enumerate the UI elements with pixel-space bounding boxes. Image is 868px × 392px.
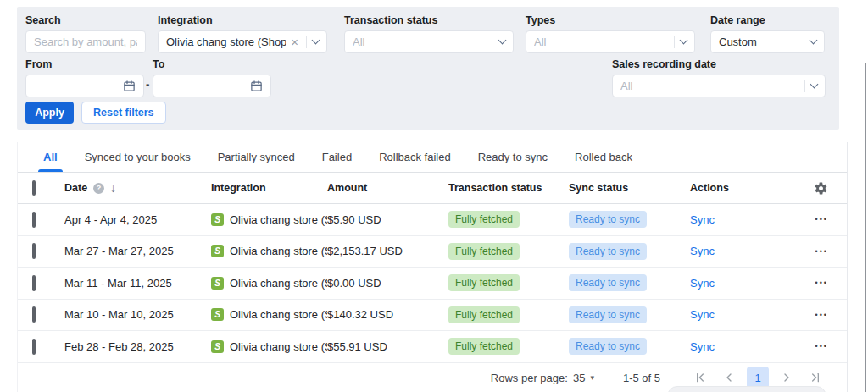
from-label: From — [25, 58, 144, 70]
integration-value: Olivia chang store (Shopify) — [166, 36, 286, 48]
sync-status-badge: Ready to sync — [569, 306, 647, 323]
row-checkbox[interactable] — [32, 339, 36, 355]
row-amount: $140.32 USD — [327, 308, 448, 321]
divider — [804, 80, 805, 92]
calendar-icon[interactable] — [250, 80, 263, 92]
transaction-status-badge: Fully fetched — [448, 338, 520, 355]
table-row: Apr 4 - Apr 4, 2025 S Olivia chang store… — [18, 204, 847, 236]
types-label: Types — [526, 14, 695, 26]
sales-recording-date-filter: Sales recording date All — [612, 58, 826, 97]
tab-rolled-back[interactable]: Rolled back — [561, 142, 646, 172]
tab-rollback-failed[interactable]: Rollback failed — [365, 142, 465, 172]
row-integration: Olivia chang store (Sho… — [230, 340, 327, 353]
sort-desc-icon[interactable]: ↓ — [110, 182, 116, 194]
sync-status-badge: Ready to sync — [569, 274, 647, 291]
status-tabs: All Synced to your books Partially synce… — [18, 142, 847, 173]
row-integration: Olivia chang store (Sho… — [230, 245, 327, 257]
types-select[interactable]: All — [526, 30, 695, 53]
table-row: Mar 27 - Mar 27, 2025 S Olivia chang sto… — [18, 236, 847, 268]
date-range-label: Date range — [710, 14, 825, 26]
row-integration: Olivia chang store (Sho… — [230, 277, 327, 290]
partial-dropdown-overlay — [667, 386, 826, 392]
tab-ready-to-sync[interactable]: Ready to sync — [465, 142, 561, 172]
sales-recording-date-select[interactable]: All — [612, 75, 826, 97]
search-input-box[interactable] — [25, 30, 146, 53]
sync-action-link[interactable]: Sync — [690, 308, 715, 321]
to-label: To — [153, 58, 271, 70]
date-range-value: Custom — [719, 36, 804, 48]
to-date-box[interactable] — [153, 75, 271, 97]
clear-icon[interactable]: × — [291, 36, 298, 48]
apply-button[interactable]: Apply — [25, 102, 74, 124]
calendar-icon[interactable] — [123, 80, 136, 92]
sync-action-link[interactable]: Sync — [690, 245, 715, 257]
row-amount: $55.91 USD — [327, 340, 448, 353]
row-checkbox[interactable] — [32, 275, 36, 291]
from-date-input[interactable] — [34, 80, 123, 92]
caret-down-icon: ▾ — [590, 373, 594, 382]
divider — [306, 36, 307, 48]
tab-synced-to-your-books[interactable]: Synced to your books — [71, 142, 204, 172]
integration-column-header: Integration — [211, 182, 327, 194]
sync-action-link[interactable]: Sync — [690, 213, 715, 226]
select-all-checkbox[interactable] — [32, 180, 36, 196]
sales-recording-date-label: Sales recording date — [612, 58, 826, 70]
help-icon[interactable]: ? — [93, 183, 104, 194]
more-actions-icon[interactable]: ••• — [815, 342, 847, 351]
transactions-table: All Synced to your books Partially synce… — [17, 142, 848, 392]
tab-partially-synced[interactable]: Partially synced — [204, 142, 309, 172]
tab-failed[interactable]: Failed — [309, 142, 365, 172]
from-date-box[interactable] — [25, 75, 144, 97]
types-filter: Types All — [526, 14, 695, 53]
chevron-down-icon — [680, 36, 688, 45]
chevron-down-icon — [498, 36, 507, 45]
table-header-row: Date ? ↓ Integration Amount Transaction … — [18, 173, 847, 204]
transaction-status-select[interactable]: All — [344, 30, 514, 53]
row-amount: $0.00 USD — [327, 277, 448, 290]
row-checkbox[interactable] — [32, 212, 36, 228]
transaction-status-column-header: Transaction status — [448, 182, 569, 194]
integration-label: Integration — [158, 14, 327, 26]
chevron-down-icon — [312, 36, 320, 45]
shopify-icon: S — [211, 245, 224, 257]
amount-column-header: Amount — [327, 182, 448, 194]
shopify-icon: S — [211, 308, 224, 321]
sync-status-badge: Ready to sync — [569, 243, 647, 260]
row-date: Feb 28 - Feb 28, 2025 — [64, 340, 211, 353]
search-input[interactable] — [34, 36, 137, 48]
chevron-down-icon — [810, 36, 818, 45]
date-range-dash: - — [146, 78, 149, 91]
tab-all[interactable]: All — [30, 142, 71, 172]
table-row: Mar 10 - Mar 10, 2025 S Olivia chang sto… — [18, 300, 847, 332]
integration-filter: Integration Olivia chang store (Shopify)… — [158, 14, 327, 53]
vertical-scrollbar[interactable] — [865, 63, 866, 392]
from-date-filter: From — [25, 58, 144, 97]
row-checkbox[interactable] — [32, 306, 36, 323]
more-actions-icon[interactable]: ••• — [815, 247, 847, 256]
row-date: Mar 27 - Mar 27, 2025 — [64, 245, 211, 257]
more-actions-icon[interactable]: ••• — [815, 311, 847, 319]
more-actions-icon[interactable]: ••• — [815, 279, 847, 287]
reset-filters-button[interactable]: Reset filters — [81, 102, 166, 124]
column-settings-gear-icon[interactable] — [814, 181, 847, 196]
table-row: Feb 28 - Feb 28, 2025 S Olivia chang sto… — [18, 331, 847, 363]
rows-per-page-dropdown[interactable]: Rows per page: 35 ▾ — [491, 372, 594, 384]
search-filter: Search — [25, 14, 146, 53]
more-actions-icon[interactable]: ••• — [815, 215, 847, 224]
rows-per-page-label: Rows per page: — [491, 372, 568, 384]
row-amount: $5.90 USD — [327, 213, 448, 226]
table-row: Mar 11 - Mar 11, 2025 S Olivia chang sto… — [18, 268, 847, 300]
sync-action-link[interactable]: Sync — [690, 340, 715, 353]
row-date: Apr 4 - Apr 4, 2025 — [64, 213, 211, 226]
integration-select[interactable]: Olivia chang store (Shopify) × — [158, 30, 327, 53]
sync-action-link[interactable]: Sync — [690, 277, 715, 290]
date-range-select[interactable]: Custom — [710, 30, 825, 53]
shopify-icon: S — [211, 213, 224, 226]
sync-status-column-header: Sync status — [569, 182, 690, 194]
transaction-status-badge: Fully fetched — [448, 306, 520, 323]
row-checkbox[interactable] — [32, 243, 36, 259]
to-date-input[interactable] — [161, 80, 250, 92]
row-date: Mar 11 - Mar 11, 2025 — [64, 277, 211, 290]
transaction-status-badge: Fully fetched — [448, 211, 520, 228]
search-label: Search — [25, 14, 146, 26]
